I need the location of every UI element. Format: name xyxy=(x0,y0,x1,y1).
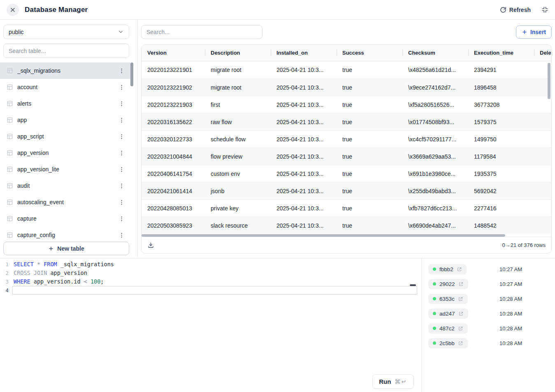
sidebar-scrollbar[interactable] xyxy=(130,62,133,86)
table-row[interactable]: 20220421061414jsonb2025-04-21 10:3...tru… xyxy=(142,182,551,199)
external-link-icon[interactable] xyxy=(458,341,463,346)
sidebar-table-item[interactable]: _sqlx_migrations xyxy=(0,62,130,79)
table-cell: 20220321004844 xyxy=(142,153,205,160)
sidebar-table-item[interactable]: app_version xyxy=(0,145,130,161)
refresh-button[interactable]: Refresh xyxy=(500,7,531,13)
external-link-icon[interactable] xyxy=(458,311,464,316)
table-options-button[interactable] xyxy=(118,67,125,75)
history-run-button[interactable]: fbbb2 xyxy=(428,264,467,274)
sidebar-table-item[interactable]: audit xyxy=(0,178,130,194)
insert-button[interactable]: Insert xyxy=(516,25,552,39)
external-link-icon[interactable] xyxy=(458,281,464,287)
table-options-button[interactable] xyxy=(118,83,125,91)
sidebar-table-item[interactable]: app_version_lite xyxy=(0,161,130,178)
schema-select[interactable]: public xyxy=(3,25,129,39)
external-link-icon[interactable] xyxy=(457,267,462,272)
table-cell: 2025-04-21 10:3... xyxy=(271,119,337,125)
line-number: 4 xyxy=(0,286,12,295)
editor-scrollbar[interactable] xyxy=(410,284,416,286)
table-row[interactable]: 20220320122733schedule flow2025-04-21 10… xyxy=(142,130,551,148)
table-cell: slack resource xyxy=(205,222,271,229)
download-icon xyxy=(147,242,154,249)
table-cell: 2025-04-21 10:3... xyxy=(271,153,337,160)
table-row[interactable]: 20220406141754custom env2025-04-21 10:3.… xyxy=(142,165,551,182)
table-cell: \x48256a61d21d... xyxy=(402,67,468,73)
editor-line[interactable]: 3WHERE app_version.id < 100; xyxy=(0,277,421,286)
column-header[interactable]: Execution_time xyxy=(468,45,534,61)
table-cell: true xyxy=(337,188,402,194)
external-link-icon[interactable] xyxy=(458,296,463,302)
sql-editor[interactable]: 1SELECT * FROM _sqlx_migrations2CROSS JO… xyxy=(0,258,422,392)
table-options-button[interactable] xyxy=(118,100,125,108)
grid-vertical-scrollbar[interactable] xyxy=(548,63,550,99)
sidebar-table-item[interactable]: autoscaling_event xyxy=(0,194,130,210)
table-cell: migrate root xyxy=(205,67,271,73)
table-cell: \x6690de4ab247... xyxy=(402,222,468,229)
table-icon xyxy=(7,67,13,74)
table-search-input[interactable] xyxy=(3,44,129,58)
table-cell: 1499750 xyxy=(468,136,534,143)
table-name: app xyxy=(17,117,118,123)
external-link-icon[interactable] xyxy=(458,326,463,331)
history-run-button[interactable]: 6353c xyxy=(428,294,468,304)
table-row[interactable]: 20220123221902migrate root2025-04-21 10:… xyxy=(142,78,551,96)
history-run-button[interactable]: 2c5bb xyxy=(428,338,468,348)
table-cell: flow preview xyxy=(205,153,271,160)
history-run-id: 6353c xyxy=(439,296,455,302)
history-run-time: 10:27 AM xyxy=(499,266,522,272)
column-header[interactable]: Deleted xyxy=(534,45,551,61)
editor-line[interactable]: 2CROSS JOIN app_version xyxy=(0,269,421,277)
cmd-return-shortcut: ⌘↵ xyxy=(395,378,407,385)
table-row[interactable]: 20220123221901migrate root2025-04-21 10:… xyxy=(142,61,551,78)
table-row[interactable]: 20220123221903first2025-04-21 10:3...tru… xyxy=(142,96,551,113)
status-dot-icon xyxy=(433,341,436,345)
table-cell: \x255db49babd3... xyxy=(402,188,468,194)
table-options-button[interactable] xyxy=(118,166,125,173)
sidebar-table-item[interactable]: alerts xyxy=(0,95,130,112)
table-row[interactable]: 20220428085013private key2025-04-21 10:3… xyxy=(142,199,551,217)
table-options-button[interactable] xyxy=(118,116,125,124)
editor-line[interactable]: 1SELECT * FROM _sqlx_migrations xyxy=(0,260,421,269)
table-icon xyxy=(7,166,13,173)
table-cell: true xyxy=(337,222,402,229)
kebab-icon xyxy=(118,84,125,90)
run-button[interactable]: Run ⌘↵ xyxy=(372,374,414,389)
grid-search-input[interactable] xyxy=(141,25,262,39)
table-cell: 2025-04-21 10:3... xyxy=(271,67,337,73)
column-header[interactable]: Success xyxy=(337,45,402,61)
sidebar-table-item[interactable]: app_script xyxy=(0,128,130,145)
table-options-button[interactable] xyxy=(118,149,125,157)
sidebar-table-item[interactable]: capture_config xyxy=(0,227,130,242)
collapse-panel-button[interactable] xyxy=(541,6,548,13)
table-row[interactable]: 20220316135622raw flow2025-04-21 10:3...… xyxy=(142,113,551,130)
table-options-button[interactable] xyxy=(118,231,125,239)
column-header[interactable]: Description xyxy=(205,45,271,61)
history-item: 6353c 10:28 AM xyxy=(428,291,555,306)
column-header[interactable]: Version xyxy=(142,45,205,61)
table-options-button[interactable] xyxy=(118,215,125,223)
editor-line[interactable]: 4 xyxy=(0,286,421,295)
table-row[interactable]: 20220503085923slack resource2025-04-21 1… xyxy=(142,217,551,234)
table-cell: true xyxy=(337,84,402,91)
new-table-button[interactable]: New table xyxy=(3,242,129,255)
history-run-button[interactable]: ad247 xyxy=(428,309,468,319)
table-options-button[interactable] xyxy=(118,133,125,141)
sidebar-table-item[interactable]: account xyxy=(0,79,130,95)
plus-icon xyxy=(48,246,54,251)
column-header[interactable]: Checksum xyxy=(402,45,468,61)
table-cell: \x01774508bf93... xyxy=(402,119,468,125)
history-run-button[interactable]: 29022 xyxy=(428,279,468,289)
column-header[interactable]: Installed_on xyxy=(271,45,337,61)
table-row[interactable]: 20220321004844flow preview2025-04-21 10:… xyxy=(142,148,551,165)
history-run-id: 29022 xyxy=(439,281,455,287)
kebab-icon xyxy=(118,117,125,123)
table-options-button[interactable] xyxy=(118,198,125,206)
close-button[interactable] xyxy=(7,4,19,16)
kebab-icon xyxy=(118,150,125,156)
download-button[interactable] xyxy=(147,242,154,249)
table-name: audit xyxy=(17,182,118,189)
table-options-button[interactable] xyxy=(118,182,125,190)
sidebar-table-item[interactable]: capture xyxy=(0,210,130,227)
history-run-button[interactable]: 487c2 xyxy=(428,323,468,334)
sidebar-table-item[interactable]: app xyxy=(0,112,130,128)
